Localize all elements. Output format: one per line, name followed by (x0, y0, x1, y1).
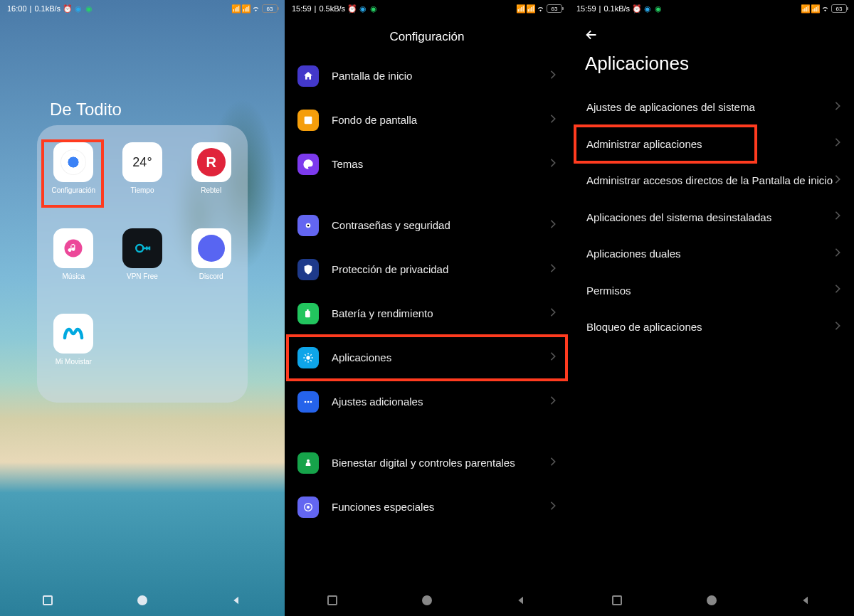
app-label: Configuración (51, 186, 95, 194)
row-ajustes-sistema[interactable]: Ajustes de aplicaciones del sistema (569, 89, 854, 126)
signal-icon: 📶 (517, 5, 524, 13)
telegram-icon: ◉ (359, 5, 367, 13)
app-tiempo[interactable]: 24° Tiempo (122, 142, 162, 194)
app-label: Música (62, 272, 85, 280)
apps-icon (297, 347, 319, 368)
nav-bar (569, 585, 854, 616)
row-label: Batería y rendimiento (332, 307, 549, 321)
wifi-icon (821, 5, 829, 13)
nav-home[interactable] (697, 586, 726, 615)
shield-icon (297, 259, 319, 280)
chevron-right-icon (549, 70, 557, 83)
nav-home[interactable] (413, 586, 441, 615)
nav-home[interactable] (128, 586, 157, 615)
status-time: 15:59 (292, 4, 312, 13)
row-label: Funciones especiales (332, 500, 549, 514)
signal-icon: 📶 (232, 5, 240, 13)
status-separator: | (30, 4, 32, 13)
row-label: Aplicaciones (332, 351, 549, 365)
chevron-right-icon (549, 307, 557, 320)
row-label: Fondo de pantalla (332, 113, 549, 127)
chevron-right-icon (549, 395, 557, 408)
settings-screen: 15:59 | 0.5kB/s ⏰ ◉ ◉ 📶 📶 63 Configuraci… (285, 0, 569, 616)
app-discord[interactable]: Discord (191, 228, 231, 280)
row-desinstaladas[interactable]: Aplicaciones del sistema desinstaladas (569, 199, 854, 236)
svg-point-12 (307, 401, 310, 403)
discord-icon (191, 228, 231, 268)
row-fondo-pantalla[interactable]: Fondo de pantalla (285, 98, 569, 142)
nav-recents[interactable] (33, 586, 62, 615)
status-bar: 15:59 | 0.5kB/s ⏰ ◉ ◉ 📶 📶 63 (285, 0, 569, 17)
movistar-icon (53, 314, 93, 354)
weather-icon: 24° (122, 142, 162, 182)
app-musica[interactable]: Música (53, 228, 93, 280)
chevron-right-icon (549, 219, 557, 232)
home-icon (297, 65, 319, 87)
signal-icon: 📶 (801, 5, 809, 13)
settings-list: Pantalla de inicio Fondo de pantalla Tem… (285, 51, 569, 532)
signal-icon-2: 📶 (242, 5, 250, 13)
row-permisos[interactable]: Permisos (569, 272, 854, 309)
battery-icon: 63 (831, 4, 847, 13)
row-ajustes-adicionales[interactable]: Ajustes adicionales (285, 380, 569, 424)
svg-point-7 (307, 225, 310, 227)
row-funciones-especiales[interactable]: Funciones especiales (285, 485, 569, 529)
row-aplicaciones[interactable]: Aplicaciones (285, 336, 569, 380)
nav-recents[interactable] (318, 586, 347, 615)
row-label: Contraseñas y seguridad (332, 218, 549, 233)
chevron-right-icon (834, 101, 841, 114)
row-accesos-directos[interactable]: Administrar accesos directos de la Panta… (569, 162, 854, 199)
home-folder-screen: 16:00 | 0.1kB/s ⏰ ◉ ◉ 📶 📶 63 De Todito C… (0, 0, 285, 616)
row-contrasenas[interactable]: Contraseñas y seguridad (285, 203, 569, 248)
battery-icon: 63 (547, 4, 562, 13)
signal-icon-2: 📶 (811, 5, 819, 13)
row-label: Bienestar digital y controles parentales (332, 456, 549, 470)
svg-rect-5 (305, 117, 312, 124)
alarm-icon: ⏰ (63, 5, 71, 13)
folder-card: Configuración 24° Tiempo Rebtel Música V… (37, 125, 248, 403)
row-bienestar[interactable]: Bienestar digital y controles parentales (285, 441, 569, 485)
back-button[interactable] (569, 17, 854, 46)
svg-point-16 (307, 506, 310, 509)
row-label: Ajustes adicionales (332, 395, 549, 409)
chevron-right-icon (834, 248, 841, 260)
app-movistar[interactable]: Mi Movistar (53, 314, 93, 366)
app-vpn[interactable]: VPN Free (122, 228, 162, 280)
nav-back[interactable] (223, 586, 251, 615)
row-label: Permisos (586, 284, 834, 298)
row-temas[interactable]: Temas (285, 142, 569, 186)
svg-rect-8 (305, 311, 310, 317)
telegram-icon: ◉ (74, 5, 82, 13)
music-icon (53, 228, 93, 268)
nav-recents[interactable] (603, 586, 631, 615)
lock-icon (297, 215, 319, 236)
settings-icon (53, 142, 93, 182)
special-icon (297, 496, 319, 518)
row-bloqueo[interactable]: Bloqueo de aplicaciones (569, 309, 854, 346)
row-duales[interactable]: Aplicaciones duales (569, 235, 854, 272)
nav-back[interactable] (507, 586, 536, 615)
row-pantalla-inicio[interactable]: Pantalla de inicio (285, 54, 569, 98)
alarm-icon: ⏰ (633, 5, 640, 13)
nav-back[interactable] (792, 586, 821, 615)
status-rate: 0.1kB/s (603, 4, 630, 13)
additional-icon (297, 391, 319, 413)
wallpaper-icon (297, 110, 319, 131)
status-time: 15:59 (576, 4, 596, 13)
row-privacidad[interactable]: Protección de privacidad (285, 248, 569, 292)
page-title: Aplicaciones (569, 46, 854, 86)
app-label: VPN Free (127, 272, 158, 280)
row-label: Aplicaciones del sistema desinstaladas (586, 211, 834, 225)
app-rebtel[interactable]: Rebtel (191, 142, 231, 194)
row-administrar-apps[interactable]: Administrar aplicaciones (569, 126, 854, 163)
battery-icon: 63 (262, 4, 278, 13)
row-bateria[interactable]: Batería y rendimiento (285, 292, 569, 336)
app-configuracion[interactable]: Configuración (51, 142, 95, 194)
chevron-right-icon (549, 158, 557, 171)
row-label: Bloqueo de aplicaciones (586, 320, 834, 334)
row-label: Protección de privacidad (332, 262, 549, 277)
row-label: Administrar aplicaciones (586, 137, 834, 152)
screen-title: Configuración (285, 17, 569, 51)
status-bar: 16:00 | 0.1kB/s ⏰ ◉ ◉ 📶 📶 63 (0, 0, 285, 17)
svg-point-13 (310, 401, 312, 403)
